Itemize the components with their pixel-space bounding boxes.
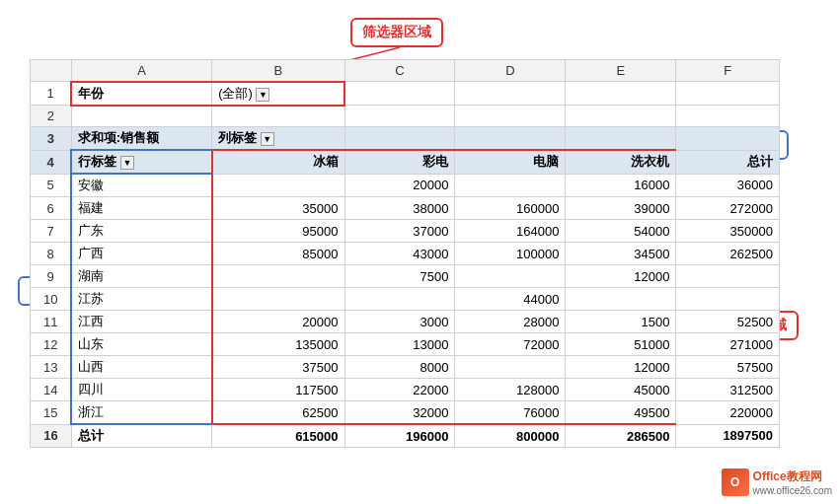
- jiangsu-total: [676, 288, 780, 311]
- sichuan-total: 312500: [676, 379, 780, 401]
- row-3-num: 3: [31, 127, 72, 151]
- fujian-caidian: 38000: [344, 197, 455, 220]
- fujian-bingxiang: 35000: [212, 197, 344, 220]
- col-label[interactable]: 列标签 ▼: [212, 127, 344, 151]
- shanxi-caidian: 8000: [344, 356, 455, 379]
- row-3-d: [455, 127, 566, 151]
- pivot-table: A B C D E F 1 年份 (全部) ▼: [30, 59, 780, 448]
- jiangsu-bingxiang: [212, 288, 344, 311]
- spreadsheet: A B C D E F 1 年份 (全部) ▼: [30, 59, 780, 448]
- guangdong-bingxiang: 95000: [212, 220, 344, 243]
- year-value[interactable]: (全部) ▼: [212, 82, 344, 106]
- filter-area-annotation: 筛选器区域: [350, 18, 443, 47]
- row-2-e: [566, 106, 676, 127]
- row-4-num: 4: [31, 150, 72, 174]
- guangdong-caidian: 37000: [344, 220, 455, 243]
- guangxi-caidian: 43000: [344, 243, 455, 265]
- total-label: 总计: [71, 424, 211, 448]
- row-2-f: [676, 106, 780, 127]
- shandong-bingxiang: 135000: [212, 333, 344, 356]
- year-label: 年份: [71, 82, 211, 106]
- anhui-total: 36000: [676, 174, 780, 197]
- row-2: 2: [31, 106, 780, 127]
- guangdong-xiyiji: 54000: [566, 220, 676, 243]
- row-8: 8 广西 85000 43000 100000 34500 262500: [31, 243, 780, 265]
- row-5: 5 安徽 20000 16000 36000: [31, 174, 780, 197]
- sichuan-diannao: 128000: [455, 379, 566, 401]
- guangdong-diannao: 164000: [455, 220, 566, 243]
- guangxi-xiyiji: 34500: [566, 243, 676, 265]
- fujian-label: 福建: [71, 197, 211, 220]
- jiangsu-caidian: [344, 288, 455, 311]
- row-1-d: [455, 82, 566, 106]
- office-site-name: Office教程网: [753, 468, 832, 485]
- row-1-c: [344, 82, 455, 106]
- jiangxi-total: 52500: [676, 311, 780, 333]
- sichuan-xiyiji: 45000: [566, 379, 676, 401]
- corner-header: [31, 60, 72, 82]
- row-15: 15 浙江 62500 32000 76000 49500 220000: [31, 401, 780, 425]
- shandong-xiyiji: 51000: [566, 333, 676, 356]
- bingxiang-header: 冰箱: [212, 150, 344, 174]
- row-6: 6 福建 35000 38000 160000 39000 272000: [31, 197, 780, 220]
- fujian-diannao: 160000: [455, 197, 566, 220]
- anhui-caidian: 20000: [344, 174, 455, 197]
- year-filter-dropdown[interactable]: ▼: [256, 88, 269, 102]
- hunan-label: 湖南: [71, 265, 211, 288]
- jiangsu-label: 江苏: [71, 288, 211, 311]
- total-grand: 1897500: [676, 424, 780, 448]
- col-header-row: A B C D E F: [31, 60, 780, 82]
- row-2-c: [344, 106, 455, 127]
- hunan-diannao: [455, 265, 566, 288]
- col-e-header: E: [566, 60, 676, 82]
- row-2-d: [455, 106, 566, 127]
- shandong-diannao: 72000: [455, 333, 566, 356]
- row-7: 7 广东 95000 37000 164000 54000 350000: [31, 220, 780, 243]
- row-2-a: [71, 106, 211, 127]
- row-label-dropdown[interactable]: ▼: [120, 156, 134, 170]
- row-13: 13 山西 37500 8000 12000 57500: [31, 356, 780, 379]
- shanxi-label: 山西: [71, 356, 211, 379]
- row-16: 16 总计 615000 196000 800000 286500 189750…: [31, 424, 780, 448]
- sichuan-label: 四川: [71, 379, 211, 401]
- jiangsu-diannao: 44000: [455, 288, 566, 311]
- row-1-num: 1: [31, 82, 72, 106]
- jiangxi-xiyiji: 1500: [566, 311, 676, 333]
- jiangxi-label: 江西: [71, 311, 211, 333]
- row-3-f: [676, 127, 780, 151]
- guangdong-label: 广东: [71, 220, 211, 243]
- anhui-xiyiji: 16000: [566, 174, 676, 197]
- jiangsu-xiyiji: [566, 288, 676, 311]
- guangxi-total: 262500: [676, 243, 780, 265]
- office-logo-area: O Office教程网 www.office26.com: [722, 468, 832, 496]
- total-bingxiang: 615000: [212, 424, 344, 448]
- row-11: 11 江西 20000 3000 28000 1500 52500: [31, 311, 780, 333]
- shanxi-bingxiang: 37500: [212, 356, 344, 379]
- total-xiyiji: 286500: [566, 424, 676, 448]
- anhui-bingxiang: [212, 174, 344, 197]
- shandong-total: 271000: [676, 333, 780, 356]
- xiyiji-header: 洗衣机: [566, 150, 676, 174]
- row-10: 10 江苏 44000: [31, 288, 780, 311]
- guangdong-total: 350000: [676, 220, 780, 243]
- col-d-header: D: [455, 60, 566, 82]
- shanxi-diannao: [455, 356, 566, 379]
- row-label-header[interactable]: 行标签 ▼: [71, 150, 211, 174]
- zhejiang-label: 浙江: [71, 401, 211, 425]
- office-logo-text: Office教程网 www.office26.com: [753, 468, 832, 496]
- office-site-url: www.office26.com: [753, 485, 832, 496]
- guangxi-bingxiang: 85000: [212, 243, 344, 265]
- col-c-header: C: [344, 60, 455, 82]
- caidian-header: 彩电: [344, 150, 455, 174]
- total-header: 总计: [676, 150, 780, 174]
- year-filter-value: (全部): [218, 86, 253, 101]
- col-f-header: F: [676, 60, 780, 82]
- row-3: 3 求和项:销售额 列标签 ▼: [31, 127, 780, 151]
- zhejiang-xiyiji: 49500: [566, 401, 676, 425]
- row-4: 4 行标签 ▼ 冰箱 彩电 电脑 洗衣机 总计: [31, 150, 780, 174]
- col-label-dropdown[interactable]: ▼: [261, 132, 274, 146]
- row-14: 14 四川 117500 22000 128000 45000 312500: [31, 379, 780, 401]
- row-12: 12 山东 135000 13000 72000 51000 271000: [31, 333, 780, 356]
- jiangxi-diannao: 28000: [455, 311, 566, 333]
- sichuan-caidian: 22000: [344, 379, 455, 401]
